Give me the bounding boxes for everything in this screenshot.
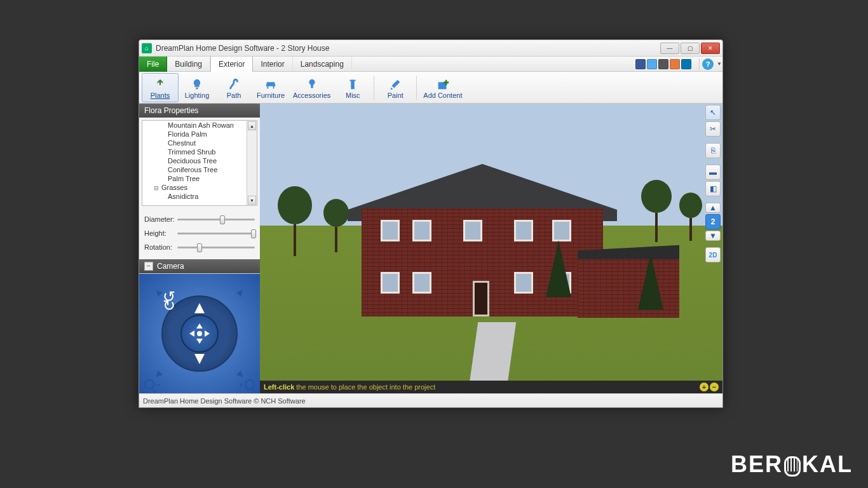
tree-item[interactable]: Trimmed Shrub [142,147,257,156]
hint-prefix: Left-click [264,383,294,391]
tree-item[interactable]: Asnidictra [142,192,257,201]
hint-bar: Left-click the mouse to place the object… [260,381,722,393]
svg-point-10 [197,331,202,336]
tree-item[interactable]: Chestnut [142,139,257,147]
scene-house [362,170,635,316]
tool-label: Plants [151,92,170,99]
camera-pad: ↺ ↻ − + [139,273,260,393]
tab-exterior[interactable]: Exterior [210,57,253,72]
camera-panel-header[interactable]: − Camera [139,259,260,273]
scene-tree [679,193,702,241]
view-2d-button[interactable]: 2D [705,247,721,262]
floor-number[interactable]: 2 [705,214,721,229]
slider-track[interactable] [177,219,255,220]
slider-track[interactable] [177,233,255,234]
titlebar[interactable]: ⌂ DreamPlan Home Design Software - 2 Sto… [139,40,722,57]
tool-path[interactable]: Path [215,73,252,102]
social-icons [635,59,695,69]
tree-item[interactable]: Deciduous Tree [142,156,257,165]
camera-tilt-up-left[interactable] [154,288,163,297]
watermark: BER KAL [731,451,853,478]
camera-pan-button[interactable] [180,315,219,353]
tree-item[interactable]: Mountain Ash Rowan [142,121,257,130]
close-button[interactable]: ✕ [701,43,720,54]
svg-marker-8 [189,330,194,337]
viewport-toolbar: ↖ ✂ ⎘ ▬ ◧ ▲ 2 ▼ 2D [705,105,721,392]
floor-down-button[interactable]: ▼ [705,231,721,241]
scroll-down-button[interactable]: ▼ [248,196,256,205]
floor-up-button[interactable]: ▲ [705,203,721,213]
plant-icon [153,78,167,92]
add-content-icon [436,78,450,92]
hint-text: the mouse to place the object into the p… [296,383,435,391]
slider-height: Height: [144,226,255,240]
instagram-icon[interactable] [658,59,668,69]
copy-tool[interactable]: ⎘ [705,143,721,158]
tool-furniture[interactable]: Furniture [252,73,289,102]
cube-tool[interactable]: ◧ [705,181,721,196]
tool-label: Furniture [257,92,285,99]
download-icon[interactable] [670,59,680,69]
linkedin-icon[interactable] [681,59,691,69]
tree-scrollbar[interactable]: ▲ ▼ [247,121,257,205]
camera-down-button[interactable] [194,354,205,364]
layer-tool[interactable]: ▬ [705,165,721,180]
tree-category[interactable]: Grasses [142,183,257,192]
camera-tilt-down-left[interactable] [154,370,163,379]
scene-tree [278,186,312,256]
tool-label: Path [227,92,241,99]
window-title: DreamPlan Home Design Software - 2 Story… [156,44,660,53]
maximize-button[interactable]: ▢ [681,43,700,54]
tool-accessories[interactable]: Accessories [289,73,334,102]
tree-item[interactable]: Florida Palm [142,130,257,139]
svg-marker-7 [196,339,203,344]
tool-misc[interactable]: Misc [334,73,371,102]
zoom-in-button[interactable]: + [238,379,255,390]
scene-tree [323,199,349,252]
help-button[interactable]: ? [702,58,714,70]
collapse-icon[interactable]: − [144,262,153,271]
scroll-up-button[interactable]: ▲ [248,121,256,130]
menubar: File Building Exterior Interior Landscap… [139,57,722,72]
zoom-out-button[interactable]: − [144,379,161,390]
flora-panel-header[interactable]: Flora Properties [139,104,260,118]
svg-point-1 [309,79,315,85]
cut-tool[interactable]: ✂ [705,121,721,137]
svg-rect-4 [350,80,356,81]
tree-item[interactable]: Palm Tree [142,174,257,183]
slider-thumb[interactable] [251,229,256,238]
paint-icon [388,78,402,92]
tab-building[interactable]: Building [167,57,210,72]
tree-item[interactable]: Coniferous Tree [142,165,257,174]
tool-paint[interactable]: Paint [377,73,414,102]
furniture-icon [264,78,278,92]
slider-track[interactable] [177,247,255,248]
statusbar: DreamPlan Home Design Software © NCH Sof… [139,393,722,407]
camera-tilt-up-right[interactable] [236,288,245,297]
slider-thumb[interactable] [197,243,202,252]
slider-label: Rotation: [144,243,177,251]
hint-plus-button[interactable]: + [700,383,709,391]
menu-file[interactable]: File [139,57,167,72]
minimize-button[interactable]: — [660,43,679,54]
misc-icon [346,78,360,92]
sliders-panel: Diameter: Height: Rotation: [139,208,260,258]
camera-tilt-down-right[interactable] [236,370,245,379]
toolbar: Plants Lighting Path Furniture [139,72,722,104]
tool-plants[interactable]: Plants [142,73,179,102]
hint-minus-button[interactable]: − [710,383,719,391]
tool-add-content[interactable]: Add Content [419,73,466,102]
tab-landscaping[interactable]: Landscaping [293,57,352,72]
select-tool[interactable]: ↖ [705,105,721,120]
flora-tree[interactable]: Mountain Ash Rowan Florida Palm Chestnut… [142,120,257,206]
tool-lighting[interactable]: Lighting [179,73,215,102]
facebook-icon[interactable] [635,59,646,69]
3d-viewport[interactable]: ↖ ✂ ⎘ ▬ ◧ ▲ 2 ▼ 2D Left-click the mouse … [260,104,722,393]
tab-interior[interactable]: Interior [253,57,292,72]
twitter-icon[interactable] [647,59,657,69]
app-icon: ⌂ [142,43,152,53]
help-dropdown[interactable]: ▼ [716,61,722,67]
slider-thumb[interactable] [220,215,225,224]
camera-up-button[interactable] [194,303,205,313]
svg-rect-3 [351,80,355,90]
